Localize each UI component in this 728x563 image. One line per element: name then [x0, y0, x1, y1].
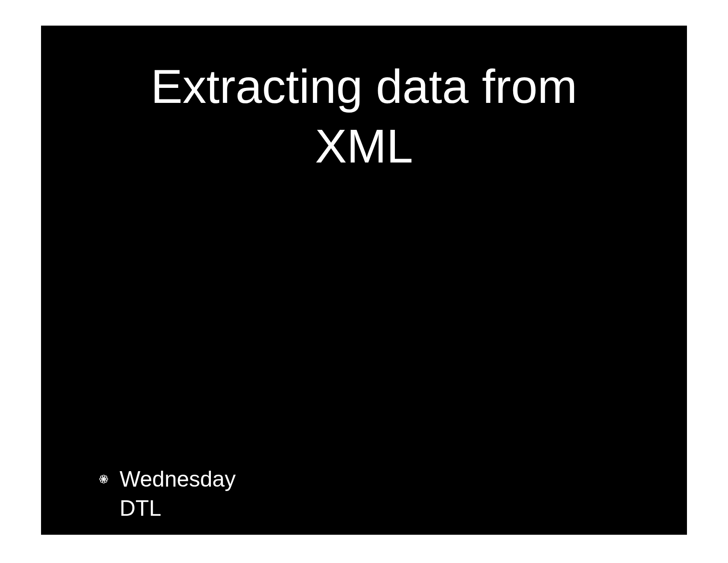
svg-point-7 [101, 480, 103, 482]
bullet-item: Wednesday [98, 466, 236, 492]
svg-point-8 [105, 480, 107, 482]
svg-point-5 [101, 476, 103, 478]
flower-icon [98, 474, 109, 484]
slide: Extracting data from XML [41, 26, 687, 535]
slide-title: Extracting data from XML [41, 57, 687, 176]
bullet-list: Wednesday DTL [98, 466, 236, 521]
bullet-subtext: DTL [120, 495, 236, 521]
svg-point-0 [103, 478, 105, 480]
bullet-label: Wednesday [120, 466, 236, 492]
svg-point-6 [105, 476, 107, 478]
